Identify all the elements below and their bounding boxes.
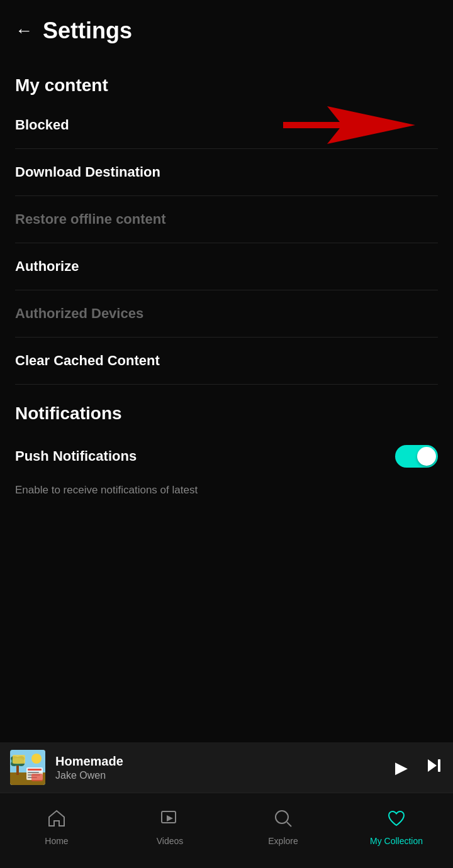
- clear-cached-item[interactable]: Clear Cached Content: [0, 338, 453, 384]
- explore-nav-label: Explore: [268, 836, 298, 846]
- videos-nav-label: Videos: [157, 836, 184, 846]
- blocked-label: Blocked: [15, 117, 69, 133]
- restore-offline-item: Restore offline content: [0, 196, 453, 243]
- svg-rect-14: [438, 759, 440, 772]
- nav-item-videos[interactable]: Videos: [113, 809, 226, 846]
- nav-item-explore[interactable]: Explore: [226, 809, 340, 846]
- push-notifications-row: Push Notifications: [15, 445, 438, 468]
- download-destination-label: Download Destination: [15, 164, 160, 180]
- page-title: Settings: [43, 18, 132, 44]
- play-button[interactable]: ▶: [395, 758, 408, 777]
- home-nav-label: Home: [45, 836, 68, 846]
- svg-marker-0: [283, 106, 415, 144]
- now-playing-controls: ▶: [395, 757, 443, 779]
- download-destination-item[interactable]: Download Destination: [0, 149, 453, 195]
- videos-icon: [160, 809, 179, 832]
- album-art-thumbnail: [10, 750, 45, 785]
- album-art-image: [10, 750, 45, 785]
- authorize-item[interactable]: Authorize: [0, 243, 453, 290]
- back-arrow-icon: ←: [15, 21, 33, 40]
- svg-marker-16: [167, 815, 173, 821]
- svg-line-18: [287, 822, 291, 827]
- red-arrow-annotation: [277, 103, 415, 147]
- push-notifications-description: Enable to receive notifications of lates…: [0, 483, 453, 510]
- nav-item-my-collection[interactable]: My Collection: [340, 809, 453, 846]
- authorized-devices-label: Authorized Devices: [15, 305, 143, 321]
- blocked-item[interactable]: Blocked: [0, 102, 453, 148]
- toggle-thumb: [417, 447, 436, 466]
- authorized-devices-item: Authorized Devices: [0, 290, 453, 337]
- now-playing-artist: Jake Owen: [55, 770, 385, 781]
- svg-point-17: [276, 811, 288, 823]
- now-playing-title: Homemade: [55, 754, 385, 769]
- home-icon: [47, 809, 66, 832]
- push-notifications-label: Push Notifications: [15, 448, 137, 464]
- svg-rect-12: [28, 777, 37, 778]
- my-collection-nav-label: My Collection: [370, 836, 423, 846]
- svg-rect-10: [28, 772, 39, 773]
- back-button[interactable]: ←: [15, 21, 33, 41]
- clear-cached-label: Clear Cached Content: [15, 353, 160, 368]
- now-playing-bar[interactable]: Homemade Jake Owen ▶: [0, 742, 453, 793]
- now-playing-info: Homemade Jake Owen: [45, 754, 395, 781]
- push-notifications-item[interactable]: Push Notifications: [0, 430, 453, 483]
- push-notifications-toggle[interactable]: [395, 445, 438, 468]
- svg-point-6: [11, 758, 24, 764]
- nav-item-home[interactable]: Home: [0, 809, 113, 846]
- svg-point-7: [31, 754, 42, 764]
- authorize-label: Authorize: [15, 258, 79, 274]
- svg-marker-13: [428, 759, 437, 772]
- bottom-navigation: Home Videos Explore My Collection: [0, 793, 453, 868]
- header: ← Settings: [0, 0, 453, 57]
- notifications-section-header: Notifications: [0, 385, 453, 430]
- svg-rect-11: [28, 774, 40, 776]
- skip-button[interactable]: [425, 757, 443, 779]
- svg-rect-9: [28, 769, 42, 771]
- toggle-track: [395, 445, 438, 468]
- my-collection-icon: [387, 809, 406, 832]
- explore-icon: [274, 809, 293, 832]
- restore-offline-label: Restore offline content: [15, 211, 166, 227]
- my-content-section-header: My content: [0, 57, 453, 102]
